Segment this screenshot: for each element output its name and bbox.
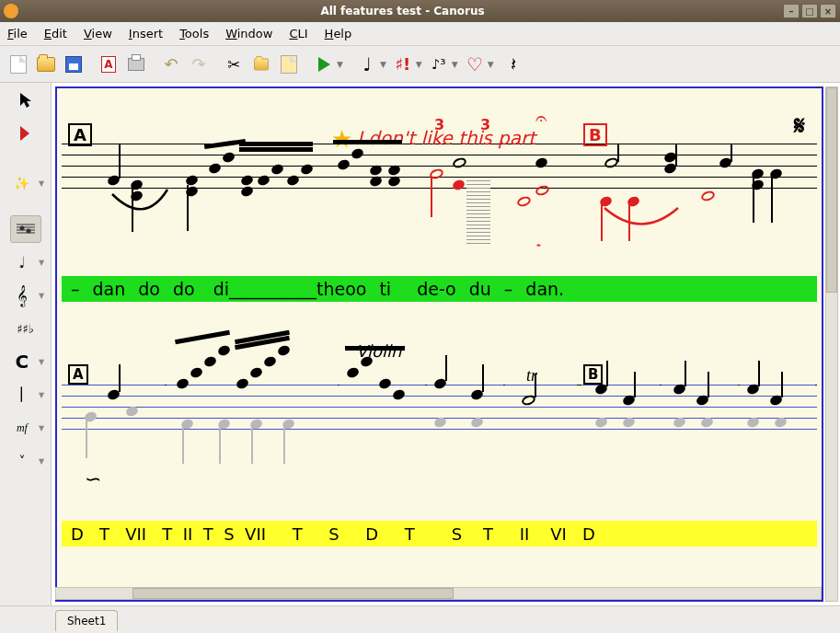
rehearsal-mark-b: B bbox=[583, 123, 607, 146]
menu-edit[interactable]: Edit bbox=[44, 27, 67, 40]
canvas-area: A B ★ I don't like this part 𝄋 𝄐 3 3 bbox=[52, 83, 840, 605]
close-button[interactable]: × bbox=[820, 4, 836, 18]
svg-point-5 bbox=[26, 229, 30, 234]
note-dropdown[interactable]: ▼ bbox=[380, 60, 386, 69]
play-button[interactable] bbox=[311, 52, 337, 77]
open-button[interactable] bbox=[33, 52, 59, 77]
h-scrollbar[interactable] bbox=[55, 587, 822, 600]
pdf-button[interactable]: A bbox=[96, 52, 121, 77]
tuplet-3-b: 3 bbox=[480, 116, 490, 133]
menu-file[interactable]: FFileile bbox=[7, 27, 28, 40]
print-button[interactable] bbox=[123, 52, 149, 77]
score-canvas[interactable]: A B ★ I don't like this part 𝄋 𝄐 3 3 bbox=[55, 86, 823, 602]
rehearsal-mark-a: A bbox=[68, 123, 92, 146]
dynamics-tool[interactable]: mf bbox=[6, 414, 38, 442]
star-icon: ★ bbox=[331, 125, 352, 153]
fx-tool[interactable]: ✨ bbox=[6, 169, 38, 197]
duration-tool[interactable]: 𝅗𝅥. bbox=[6, 248, 38, 276]
redo-button[interactable]: ↷ bbox=[186, 52, 212, 77]
turn-ornament-icon: ∽ bbox=[85, 467, 101, 490]
staff-2 bbox=[62, 385, 817, 440]
paste-button[interactable] bbox=[276, 52, 302, 77]
play-dropdown[interactable]: ▼ bbox=[337, 60, 343, 69]
sheet-tab-1[interactable]: Sheet1 bbox=[55, 610, 118, 631]
clef-dropdown[interactable]: ▼ bbox=[39, 292, 44, 300]
new-button[interactable] bbox=[6, 52, 31, 77]
note-duration-button[interactable]: ♩ bbox=[354, 52, 380, 77]
cut-button[interactable]: ✂ bbox=[221, 52, 247, 77]
menubar: FFileile Edit View Insert Tools Window C… bbox=[0, 22, 840, 46]
menu-tools[interactable]: Tools bbox=[179, 27, 209, 40]
copy-button[interactable] bbox=[248, 52, 274, 77]
fermata-icon: 𝄐 bbox=[535, 107, 547, 130]
acc-dropdown[interactable]: ▼ bbox=[416, 60, 422, 69]
slur-dropdown[interactable]: ▼ bbox=[488, 60, 494, 69]
tuplet-dropdown[interactable]: ▼ bbox=[452, 60, 458, 69]
rehearsal-mark-b2: B bbox=[583, 364, 603, 385]
bl-dropdown[interactable]: ▼ bbox=[39, 391, 44, 399]
tuplet-button[interactable]: ♪³ bbox=[426, 52, 452, 77]
app-icon bbox=[4, 4, 18, 18]
ts-dropdown[interactable]: ▼ bbox=[39, 358, 44, 366]
window-title: All features test - Canorus bbox=[24, 5, 781, 17]
slur-button[interactable]: ♡ bbox=[462, 52, 488, 77]
titlebar: All features test - Canorus – □ × bbox=[0, 0, 840, 22]
fx-dropdown[interactable]: ▼ bbox=[39, 179, 44, 188]
dur-dropdown[interactable]: ▼ bbox=[39, 259, 44, 267]
keysig-tool[interactable]: ♯♯♭ bbox=[10, 315, 41, 342]
menu-help[interactable]: Help bbox=[325, 27, 352, 40]
playback-cursor bbox=[466, 180, 490, 244]
menu-cli[interactable]: CLI bbox=[289, 27, 307, 40]
staff-view-tool[interactable] bbox=[10, 215, 41, 243]
maximize-button[interactable]: □ bbox=[801, 4, 818, 18]
lyrics-row-2: D T VII T II T S VII T S D T S T II VI D bbox=[62, 521, 817, 547]
sidebar: ✨▼ 𝅗𝅥.▼ 𝄞▼ ♯♯♭ C▼ 𝄀▼ mf▼ ˅▼ bbox=[0, 83, 52, 605]
accidental-button[interactable]: ♯! bbox=[390, 52, 416, 77]
dyn-dropdown[interactable]: ▼ bbox=[39, 424, 44, 432]
rehearsal-mark-a2: A bbox=[68, 364, 88, 385]
hp-dropdown[interactable]: ▼ bbox=[39, 457, 44, 466]
menu-window[interactable]: Window bbox=[225, 27, 272, 40]
clef-tool[interactable]: 𝄞 bbox=[6, 282, 38, 309]
segno-icon: 𝄋 bbox=[794, 110, 805, 142]
undo-button[interactable]: ↶ bbox=[158, 52, 184, 77]
select-tool[interactable] bbox=[10, 86, 41, 114]
lyrics-row-1: – dan do do di__________theoo ti de-o du… bbox=[62, 276, 817, 302]
sheet-tabstrip: Sheet1 bbox=[0, 605, 840, 633]
menu-insert[interactable]: Insert bbox=[129, 27, 163, 40]
vertical-scrollbar[interactable] bbox=[825, 86, 838, 602]
insert-tool[interactable] bbox=[10, 120, 41, 147]
timesig-tool[interactable]: C bbox=[6, 348, 38, 375]
rest-button[interactable]: 𝄽 bbox=[498, 52, 524, 77]
hairpin-tool[interactable]: ˅ bbox=[6, 447, 38, 475]
tuplet-3-a: 3 bbox=[434, 116, 444, 133]
mordent-icon: 𝆝 bbox=[537, 236, 540, 253]
minimize-button[interactable]: – bbox=[783, 4, 800, 18]
svg-point-4 bbox=[19, 226, 24, 231]
menu-view[interactable]: View bbox=[84, 27, 112, 40]
barline-tool[interactable]: 𝄀 bbox=[6, 381, 38, 409]
save-button[interactable] bbox=[61, 52, 86, 77]
annotation-text: I don't like this part bbox=[357, 127, 535, 149]
toolbar: A ↶ ↷ ✂ ▼ ♩▼ ♯!▼ ♪³▼ ♡▼ 𝄽 bbox=[0, 46, 840, 83]
